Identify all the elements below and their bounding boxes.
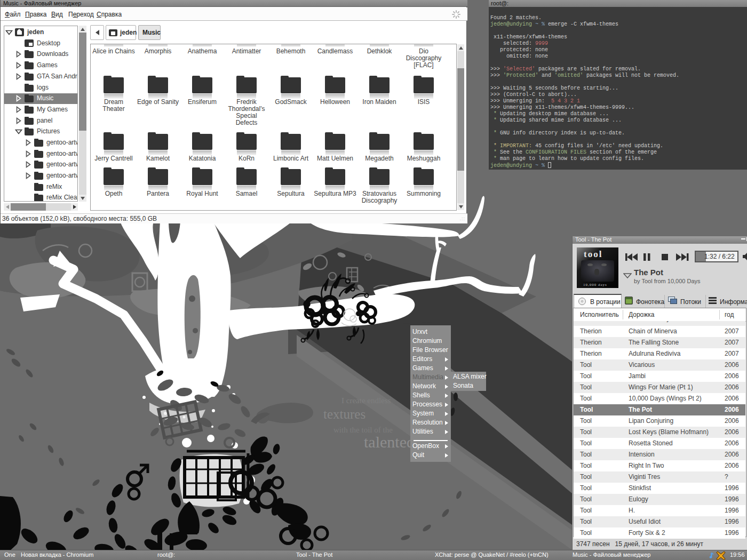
- svg-text:I create endless: I create endless: [341, 396, 391, 405]
- svg-text:textures: textures: [323, 407, 365, 421]
